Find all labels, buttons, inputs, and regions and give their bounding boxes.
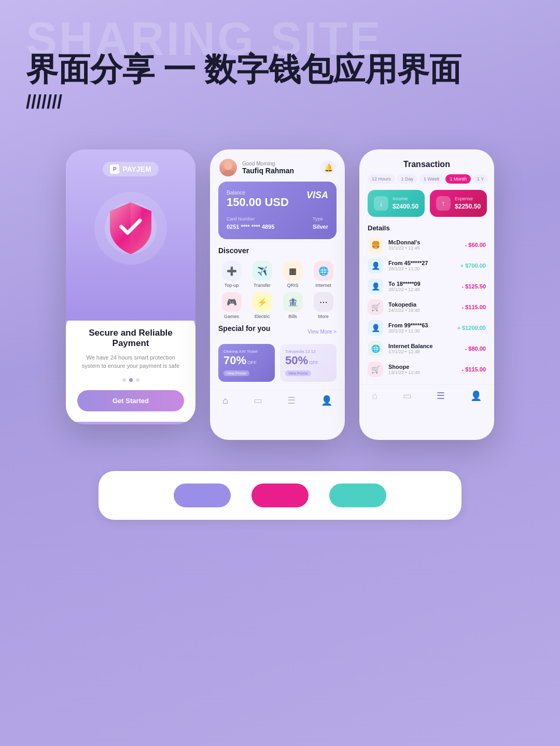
get-started-button[interactable]: Get Started — [77, 390, 184, 411]
avatar — [219, 159, 237, 176]
transfer-label: Transfer — [254, 283, 271, 288]
payjem-logo: P PAYJEM — [103, 162, 158, 176]
internet-label: Internet — [315, 283, 331, 288]
bell-icon[interactable]: 🔔 — [321, 160, 335, 175]
phone-dashboard: Good Morning Taufiq Rahman 🔔 Balance 150… — [210, 149, 345, 440]
view-more-link[interactable]: View More > — [307, 329, 337, 335]
more-label: More — [318, 314, 329, 319]
internet-icon: 🌐 — [314, 261, 333, 281]
discover-internet[interactable]: 🌐 Internet — [310, 261, 337, 288]
discover-topup[interactable]: ➕ Top-up — [218, 261, 245, 288]
details-section: Details 🍔 McDonnal's 31/1/22 • 11:45 - $… — [359, 224, 494, 377]
promo-tokopedia[interactable]: Tokopedia 12.12 50% OFF View Promo — [280, 344, 337, 382]
dot-2 — [129, 378, 133, 382]
qris-icon: ▦ — [283, 261, 303, 281]
tx-date: 31/1/22 • 11:45 — [388, 245, 460, 251]
promo-cinema[interactable]: Cinema XXI Ticket 70% OFF View Promo — [218, 344, 275, 382]
phone1-desc: We have 24 hours smart protection system… — [77, 354, 184, 370]
nav3-profile-icon[interactable]: 👤 — [470, 390, 482, 402]
discover-qris[interactable]: ▦ QRIS — [279, 261, 306, 288]
promo-toko-label: Tokopedia 12.12 — [285, 349, 331, 354]
dot-3 — [136, 378, 139, 382]
payjem-logo-text: PAYJEM — [122, 165, 151, 173]
tx-name: From 45*****27 — [388, 260, 455, 266]
svg-point-0 — [224, 161, 232, 170]
promo-cinema-discount: 70% OFF — [223, 354, 270, 367]
tx-amount: - $115.00 — [462, 366, 486, 372]
discover-bills[interactable]: 🏦 Bills — [279, 292, 306, 319]
nav-history-icon[interactable]: ☰ — [287, 395, 296, 406]
nav-profile-icon[interactable]: 👤 — [321, 395, 332, 406]
card-balance-label: Balance — [227, 190, 289, 196]
avatar-face — [219, 159, 237, 176]
details-title: Details — [368, 224, 486, 232]
dot-1 — [122, 378, 126, 382]
shoope-info: Shoope 13/1/22 • 12:48 — [388, 364, 457, 375]
transfer-in-icon: 👤 — [368, 258, 383, 273]
phone1-bottom: Secure and Reliable Payment We have 24 h… — [66, 315, 195, 422]
table-row: 👤 To 18*****09 28/1/22 • 12:48 - $125.50 — [368, 279, 486, 294]
pagination-dots — [77, 378, 184, 382]
table-row: 👤 From 99*****63 20/1/22 • 11:30 + $1200… — [368, 320, 486, 336]
discover-games[interactable]: 🎮 Games — [218, 292, 245, 319]
user-info: Good Morning Taufiq Rahman — [219, 159, 294, 176]
discover-more[interactable]: ⋯ More — [310, 292, 337, 319]
summary-cards: ↓ Income $2400.50 ↑ Expense $2250.50 — [359, 190, 494, 224]
transaction-list: 🍔 McDonnal's 31/1/22 • 11:45 - $60.00 👤 … — [368, 237, 486, 377]
time-filters: 12 Hours 1 Day 1 Week 1 Month 1 Y — [359, 174, 494, 190]
discover-grid: ➕ Top-up ✈️ Transfer ▦ QRIS 🌐 Internet — [218, 261, 337, 319]
tx-name: From 99*****63 — [388, 322, 452, 328]
page-subtitle: /////// — [26, 91, 534, 113]
tx-date: 28/1/22 • 11:30 — [388, 266, 455, 271]
tokopedia-info: Tokopedia 24/1/22 • 18:48 — [388, 301, 457, 313]
phone-transaction: Transaction 12 Hours 1 Day 1 Week 1 Mont… — [359, 149, 494, 440]
tx-date: 20/1/22 • 11:30 — [388, 328, 452, 334]
toko-percent: 50% — [285, 354, 308, 367]
phone3-nav: ⌂ ▭ ☰ 👤 — [359, 384, 494, 406]
nav-home-icon[interactable]: ⌂ — [222, 395, 228, 406]
nav3-history-icon[interactable]: ☰ — [437, 390, 445, 402]
more-icon: ⋯ — [314, 292, 333, 312]
cinema-btn[interactable]: View Promo — [223, 370, 249, 376]
special-section: Special for you View More > Cinema XXI T… — [210, 324, 345, 382]
phone1-top: P PAYJEM — [66, 149, 195, 321]
greeting-text: Good Morning — [242, 161, 294, 167]
table-row: 🛒 Tokopedia 24/1/22 • 18:48 - $115.00 — [368, 299, 486, 315]
income-amount: $2400.50 — [393, 203, 418, 210]
phone-onboarding: P PAYJEM — [66, 149, 195, 424]
tx-name: Shoope — [388, 364, 457, 370]
expense-card: ↑ Expense $2250.50 — [430, 190, 487, 217]
internet-balance-info: Internet Balance 17/1/22 • 12:48 — [388, 343, 460, 354]
cinema-off: OFF — [247, 360, 257, 365]
bills-icon: 🏦 — [283, 292, 303, 312]
discover-transfer[interactable]: ✈️ Transfer — [249, 261, 275, 288]
swatch-pink — [251, 483, 309, 507]
filter-12h[interactable]: 12 Hours — [368, 174, 395, 184]
games-icon: 🎮 — [222, 292, 242, 312]
electric-label: Electric — [255, 314, 270, 319]
tx-amount: - $60.00 — [465, 242, 486, 248]
discover-title: Discover — [218, 246, 337, 255]
filter-1y[interactable]: 1 Y — [473, 174, 488, 184]
filter-1m[interactable]: 1 Month — [445, 174, 471, 184]
qris-label: QRIS — [287, 283, 298, 288]
card-balance: 150.00 USD — [227, 196, 289, 209]
tx-name: Internet Balance — [388, 343, 460, 349]
filter-1w[interactable]: 1 Week — [419, 174, 443, 184]
discover-electric[interactable]: ⚡ Electric — [249, 292, 275, 319]
card-type-value: Silver — [313, 224, 328, 230]
card-balance-group: Balance 150.00 USD — [227, 190, 289, 209]
nav-card-icon[interactable]: ▭ — [254, 395, 262, 406]
tx-name: To 18*****09 — [388, 281, 457, 287]
tx-name: Tokopedia — [388, 301, 457, 308]
expense-label: Expense — [455, 196, 481, 201]
promo-cards: Cinema XXI Ticket 70% OFF View Promo Tok… — [218, 344, 337, 382]
transfer-in-info: From 45*****27 28/1/22 • 11:30 — [388, 260, 455, 271]
tx-amount: - $125.50 — [462, 283, 486, 289]
toko-btn[interactable]: View Promo — [285, 370, 311, 376]
expense-icon: ↑ — [436, 196, 451, 211]
nav3-home-icon[interactable]: ⌂ — [372, 391, 377, 402]
income-icon: ↓ — [374, 196, 388, 211]
nav3-card-icon[interactable]: ▭ — [403, 390, 412, 402]
filter-1d[interactable]: 1 Day — [397, 174, 418, 184]
